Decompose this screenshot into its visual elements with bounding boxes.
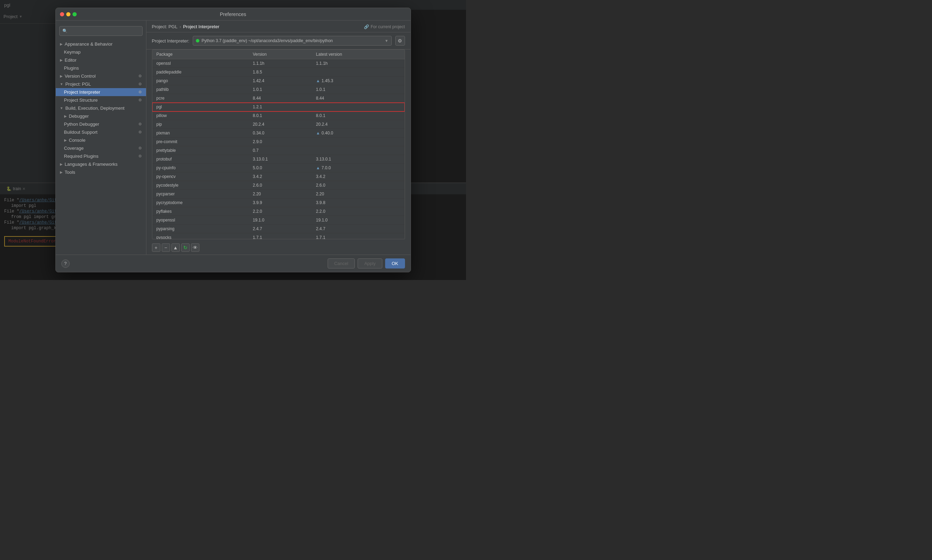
cancel-button[interactable]: Cancel xyxy=(328,258,355,269)
package-version-cell: 1.0.1 xyxy=(248,85,312,94)
add-package-button[interactable]: + xyxy=(152,243,160,252)
package-version-cell: 3.4.2 xyxy=(248,172,312,181)
sidebar-item-project-interpreter[interactable]: Project Interpreter ⚙ xyxy=(56,88,146,96)
sidebar-item-editor[interactable]: ▶ Editor xyxy=(56,56,146,64)
table-row[interactable]: prettytable0.7 xyxy=(152,146,405,155)
dialog-title: Preferences xyxy=(220,11,246,17)
settings-icon: ⚙ xyxy=(138,146,142,151)
package-version-cell: 8.0.1 xyxy=(248,111,312,120)
col-version: Version xyxy=(248,50,312,59)
sidebar-item-label: Coverage xyxy=(64,146,84,151)
interpreter-select[interactable]: Python 3.7 (paddle_env) ~/opt/anaconda3/… xyxy=(193,36,391,46)
table-row[interactable]: pcre8.448.44 xyxy=(152,94,405,103)
table-row[interactable]: pycryptodome3.9.93.9.8 xyxy=(152,198,405,207)
package-latest-cell: ▲0.40.0 xyxy=(312,129,405,138)
table-row[interactable]: pixman0.34.0▲0.40.0 xyxy=(152,129,405,138)
sidebar-item-appearance[interactable]: ▶ Appearance & Behavior xyxy=(56,40,146,48)
dialog-sidebar[interactable]: 🔍 ▶ Appearance & Behavior Keymap ▶ Edito… xyxy=(56,20,147,255)
package-latest-cell: 2.4.7 xyxy=(312,225,405,233)
package-latest-cell xyxy=(312,103,405,111)
table-row[interactable]: pycodestyle2.6.02.6.0 xyxy=(152,181,405,190)
sidebar-item-version-control[interactable]: ▶ Version Control ⚙ xyxy=(56,72,146,80)
package-version-cell: 3.13.0.1 xyxy=(248,155,312,164)
package-version-cell: 2.2.0 xyxy=(248,207,312,216)
arrow-down-icon: ▼ xyxy=(60,82,63,86)
sidebar-item-tools[interactable]: ▶ Tools xyxy=(56,168,146,176)
upgrade-arrow-icon: ▲ xyxy=(316,78,320,83)
refresh-packages-button[interactable]: ↻ xyxy=(181,243,190,252)
sidebar-item-label: Debugger xyxy=(69,114,89,119)
dialog-content: Project: PGL › Project Interpreter 🔗 For… xyxy=(147,20,410,255)
interpreter-gear-button[interactable]: ⚙ xyxy=(395,36,405,46)
maximize-button[interactable] xyxy=(73,12,77,16)
interpreter-label: Project Interpreter: xyxy=(152,38,190,43)
package-table-container[interactable]: Package Version Latest version openssl1.… xyxy=(152,49,405,239)
table-row[interactable]: pyparsing2.4.72.4.7 xyxy=(152,225,405,233)
for-project-button[interactable]: 🔗 For current project xyxy=(364,25,405,29)
sidebar-item-buildout-support[interactable]: Buildout Support ⚙ xyxy=(56,128,146,136)
interpreter-dropdown-arrow: ▼ xyxy=(385,38,389,43)
table-row[interactable]: pgl1.2.1 xyxy=(152,103,405,111)
package-latest-cell: ▲7.0.0 xyxy=(312,164,405,172)
table-row[interactable]: pyflakes2.2.02.2.0 xyxy=(152,207,405,216)
package-version-cell: 1.1.1h xyxy=(248,59,312,68)
show-packages-button[interactable]: 👁 xyxy=(191,243,199,252)
help-button[interactable]: ? xyxy=(61,260,70,268)
table-row[interactable]: pysocks1.7.11.7.1 xyxy=(152,233,405,240)
sidebar-item-coverage[interactable]: Coverage ⚙ xyxy=(56,144,146,152)
upgrade-arrow-icon: ▲ xyxy=(316,131,320,135)
table-row[interactable]: pyopenssl19.1.019.1.0 xyxy=(152,216,405,225)
sidebar-item-project-pgl[interactable]: ▼ Project: PGL ⚙ xyxy=(56,80,146,88)
package-latest-cell: 1.0.1 xyxy=(312,85,405,94)
package-version-cell: 1.42.4 xyxy=(248,77,312,85)
table-row[interactable]: openssl1.1.1h1.1.1h xyxy=(152,59,405,68)
table-row[interactable]: pillow8.0.18.0.1 xyxy=(152,111,405,120)
package-name-cell: pgl xyxy=(152,103,249,111)
package-latest-cell: 3.13.0.1 xyxy=(312,155,405,164)
sidebar-item-languages-frameworks[interactable]: ▶ Languages & Frameworks xyxy=(56,160,146,168)
package-name-cell: pixman xyxy=(152,129,249,138)
ok-button[interactable]: OK xyxy=(385,258,405,269)
table-row[interactable]: pycparser2.202.20 xyxy=(152,190,405,198)
sidebar-item-debugger[interactable]: ▶ Debugger xyxy=(56,112,146,120)
minimize-button[interactable] xyxy=(66,12,70,16)
table-row[interactable]: pre-commit2.9.0 xyxy=(152,138,405,146)
apply-button[interactable]: Apply xyxy=(358,258,382,269)
sidebar-item-label: Keymap xyxy=(64,49,81,55)
sidebar-item-keymap[interactable]: Keymap xyxy=(56,48,146,56)
sidebar-item-project-structure[interactable]: Project Structure ⚙ xyxy=(56,96,146,104)
settings-icon: ⚙ xyxy=(138,130,142,134)
breadcrumb-separator: › xyxy=(179,25,181,29)
sidebar-item-required-plugins[interactable]: Required Plugins ⚙ xyxy=(56,152,146,160)
table-row[interactable]: pip20.2.420.2.4 xyxy=(152,120,405,129)
settings-icon: ⚙ xyxy=(138,122,142,126)
search-input[interactable] xyxy=(70,29,139,34)
package-latest-cell: 2.2.0 xyxy=(312,207,405,216)
table-row[interactable]: pathlib1.0.11.0.1 xyxy=(152,85,405,94)
table-row[interactable]: py-opencv3.4.23.4.2 xyxy=(152,172,405,181)
upgrade-package-button[interactable]: ▲ xyxy=(171,243,180,252)
settings-icon: ⚙ xyxy=(138,98,142,102)
package-name-cell: pillow xyxy=(152,111,249,120)
close-button[interactable] xyxy=(60,12,64,16)
table-row[interactable]: py-cpuinfo5.0.0▲7.0.0 xyxy=(152,164,405,172)
arrow-icon: ▶ xyxy=(60,74,63,78)
modal-overlay: Preferences 🔍 ▶ Appearance & Behavior Ke… xyxy=(0,0,466,280)
package-version-cell: 2.20 xyxy=(248,190,312,198)
table-row[interactable]: paddlepaddle1.8.5 xyxy=(152,68,405,77)
table-row[interactable]: protobuf3.13.0.13.13.0.1 xyxy=(152,155,405,164)
sidebar-item-build-execution[interactable]: ▼ Build, Execution, Deployment xyxy=(56,104,146,112)
table-row[interactable]: pango1.42.4▲1.45.3 xyxy=(152,77,405,85)
search-box[interactable]: 🔍 xyxy=(59,26,142,36)
sidebar-item-python-debugger[interactable]: Python Debugger ⚙ xyxy=(56,120,146,128)
package-name-cell: paddlepaddle xyxy=(152,68,249,77)
package-latest-cell: 8.0.1 xyxy=(312,111,405,120)
sidebar-item-label: Project Interpreter xyxy=(64,89,100,95)
sidebar-item-console[interactable]: ▶ Console xyxy=(56,136,146,144)
remove-package-button[interactable]: − xyxy=(162,243,170,252)
interpreter-value: Python 3.7 (paddle_env) ~/opt/anaconda3/… xyxy=(201,38,382,43)
sidebar-item-label: Version Control xyxy=(65,74,96,79)
traffic-lights xyxy=(60,12,77,16)
sidebar-item-plugins[interactable]: Plugins xyxy=(56,64,146,72)
arrow-icon: ▶ xyxy=(64,138,67,142)
